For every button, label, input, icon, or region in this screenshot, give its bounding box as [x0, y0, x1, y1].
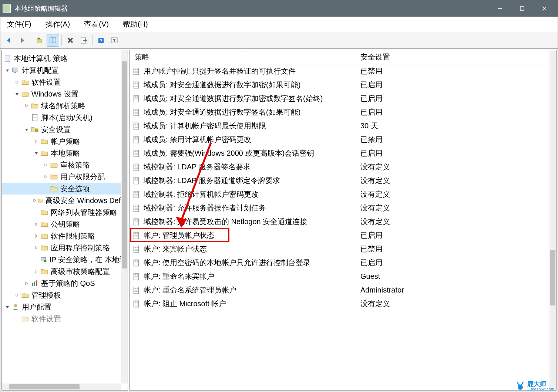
folder-lock-icon	[40, 149, 48, 157]
svg-rect-82	[137, 219, 138, 220]
show-hide-tree-button[interactable]	[47, 34, 59, 47]
list-row[interactable]: 域控制器: LDAP 服务器签名要求没有定义	[130, 160, 556, 174]
svg-rect-77	[137, 206, 138, 207]
policy-setting: 已启用	[355, 148, 556, 158]
expand-icon[interactable]	[32, 234, 40, 238]
delete-button[interactable]	[64, 34, 77, 47]
tree-account-policies[interactable]: 帐户策略	[2, 135, 128, 147]
tree-user-rights[interactable]: 用户权限分配	[2, 171, 128, 183]
expand-icon[interactable]	[13, 293, 21, 297]
folder-icon	[31, 102, 39, 110]
tree-root[interactable]: 本地计算机 策略	[2, 53, 128, 64]
tree-local-policies[interactable]: 本地策略	[2, 147, 128, 159]
list-row[interactable]: 域控制器: 允许服务器操作者计划任务没有定义	[130, 201, 556, 215]
list-row[interactable]: 域成员: 计算机帐户密码最长使用期限30 天	[130, 119, 556, 133]
tree-user-config[interactable]: 用户配置	[2, 301, 128, 313]
tree-windows-settings[interactable]: Windows 设置	[2, 88, 128, 100]
expand-icon[interactable]	[32, 269, 40, 274]
collapse-icon[interactable]	[3, 68, 11, 72]
tree-ip-security[interactable]: IP 安全策略，在 本地计算机	[2, 254, 128, 266]
policy-name: 帐户: 来宾帐户状态	[144, 244, 355, 254]
maximize-button[interactable]	[511, 0, 533, 17]
tree-security-options[interactable]: 安全选项	[2, 183, 128, 195]
tree-network-list[interactable]: 网络列表管理器策略	[2, 206, 128, 218]
tree-scripts[interactable]: 脚本(启动/关机)	[2, 112, 128, 124]
expand-icon[interactable]	[42, 175, 50, 179]
expand-icon[interactable]	[32, 139, 40, 143]
list-row[interactable]: 域成员: 对安全通道数据进行数字加密或数字签名(始终)已启用	[130, 92, 556, 105]
list-row[interactable]: 域控制器: LDAP 服务器通道绑定令牌要求没有定义	[130, 174, 556, 187]
list-row[interactable]: 帐户: 重命名来宾帐户Guest	[130, 270, 556, 283]
tree-vertical-scrollbar[interactable]	[121, 50, 128, 383]
list-row[interactable]: 帐户: 重命名系统管理员帐户Administrator	[130, 283, 556, 297]
policy-setting: 30 天	[355, 121, 556, 131]
tree-computer-config[interactable]: 计算机配置	[2, 64, 128, 76]
list-row[interactable]: 帐户: 来宾帐户状态已禁用	[130, 242, 556, 256]
list-row[interactable]: 帐户: 使用空密码的本地帐户只允许进行控制台登录已启用	[130, 256, 556, 270]
expand-icon[interactable]	[32, 222, 40, 226]
svg-rect-97	[137, 260, 138, 261]
tree-admin-templates[interactable]: 管理模板	[2, 289, 128, 301]
list-row[interactable]: 域成员: 需要强(Windows 2000 或更高版本)会话密钥已启用	[130, 146, 556, 160]
expand-icon[interactable]	[23, 281, 31, 285]
close-button[interactable]	[533, 0, 555, 17]
list-row[interactable]: 帐户: 管理员帐户状态已启用	[130, 229, 556, 242]
policy-name: 帐户: 重命名来宾帐户	[144, 271, 355, 281]
tree-advanced-windows[interactable]: 高级安全 Windows Defender 防火墙	[2, 195, 128, 206]
list-row[interactable]: 域控制器: 拒绝计算机帐户密码更改没有定义	[130, 187, 556, 201]
list-vertical-scrollbar[interactable]	[549, 50, 556, 390]
collapse-icon[interactable]	[13, 92, 21, 96]
tree-software-settings[interactable]: 软件设置	[2, 76, 128, 88]
list-row[interactable]: 帐户: 阻止 Microsoft 帐户没有定义	[130, 297, 556, 311]
policy-item-icon	[132, 218, 141, 226]
expand-icon[interactable]	[32, 198, 38, 203]
title-bar: 本地组策略编辑器	[0, 0, 558, 17]
menu-file[interactable]: 文件(F)	[4, 18, 34, 31]
policy-setting: 已启用	[355, 94, 556, 104]
tree-horizontal-scrollbar[interactable]	[2, 383, 121, 390]
policy-tree[interactable]: 本地计算机 策略 计算机配置 软件设置 Windows 设置	[2, 50, 128, 390]
filter-button[interactable]	[108, 34, 121, 47]
help-button[interactable]: ?	[95, 34, 107, 47]
tree-policy-qos[interactable]: 基于策略的 QoS	[2, 277, 128, 289]
list-row[interactable]: 域成员: 禁用计算机帐户密码更改已禁用	[130, 133, 556, 146]
expand-icon[interactable]	[42, 163, 50, 167]
menu-view[interactable]: 查看(V)	[81, 18, 112, 31]
tree-software-restriction[interactable]: 软件限制策略	[2, 230, 128, 242]
list-row[interactable]: 域成员: 对安全通道数据进行数字签名(如果可能)已启用	[130, 105, 556, 119]
column-setting[interactable]: 安全设置	[355, 50, 556, 64]
back-button[interactable]	[3, 34, 15, 47]
tree-app-control[interactable]: 应用程序控制策略	[2, 242, 128, 254]
svg-rect-12	[5, 55, 10, 62]
menu-help[interactable]: 帮助(H)	[120, 18, 151, 31]
policy-item-icon	[132, 245, 141, 253]
tree-security-settings[interactable]: 安全设置	[2, 124, 128, 135]
policy-item-icon	[132, 177, 141, 185]
menu-action[interactable]: 操作(A)	[43, 18, 73, 31]
tree-audit-policy[interactable]: 审核策略	[2, 159, 128, 171]
up-button[interactable]	[33, 34, 46, 47]
toolbar: ?	[0, 32, 558, 48]
export-button[interactable]	[77, 34, 90, 47]
forward-button[interactable]	[16, 34, 28, 47]
expand-icon[interactable]	[32, 246, 40, 250]
list-row[interactable]: 域成员: 对安全通道数据进行数字加密(如果可能)已启用	[130, 78, 556, 92]
policy-setting: 没有定义	[355, 162, 556, 172]
list-row[interactable]: 用户帐户控制: 只提升签名并验证的可执行文件已禁用	[130, 64, 556, 78]
tree-user-software[interactable]: 软件设置	[2, 313, 128, 325]
tree-advanced-audit[interactable]: 高级审核策略配置	[2, 266, 128, 277]
collapse-icon[interactable]	[3, 305, 11, 309]
content-area: 本地计算机 策略 计算机配置 软件设置 Windows 设置	[0, 48, 558, 392]
tree-public-key[interactable]: 公钥策略	[2, 218, 128, 230]
list-header: 策略 ˆ 安全设置	[130, 50, 556, 64]
expand-icon[interactable]	[23, 104, 31, 108]
minimize-button[interactable]	[489, 0, 511, 17]
collapse-icon[interactable]	[23, 127, 31, 132]
tree-dns-policy[interactable]: 域名解析策略	[2, 100, 128, 112]
column-policy[interactable]: 策略 ˆ	[130, 50, 355, 64]
policy-item-icon	[132, 136, 141, 144]
collapse-icon[interactable]	[32, 151, 40, 155]
expand-icon[interactable]	[13, 80, 21, 84]
list-row[interactable]: 域控制器: 允许易受攻击的 Netlogon 安全通道连接没有定义	[130, 215, 556, 229]
list-body[interactable]: 用户帐户控制: 只提升签名并验证的可执行文件已禁用域成员: 对安全通道数据进行数…	[130, 64, 556, 311]
